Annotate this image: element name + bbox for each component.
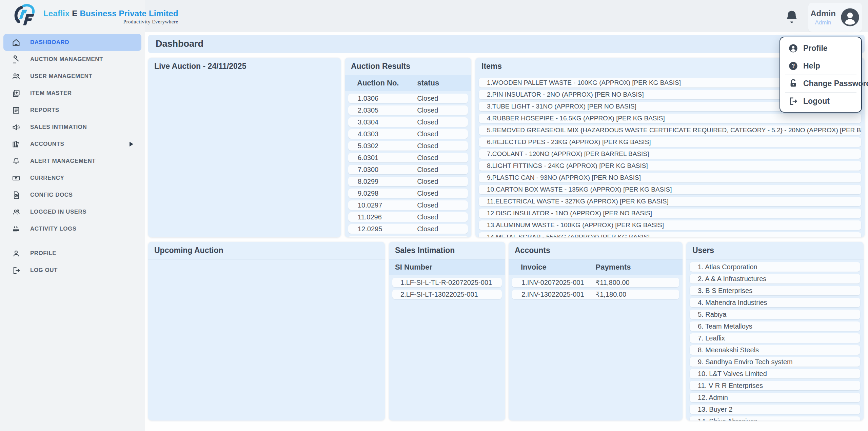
- user-name-cell: 7. Leaflix: [693, 334, 725, 342]
- sidebar-item[interactable]: PROFILE: [3, 245, 141, 262]
- list-item: 11. V R R Enterprises: [690, 381, 860, 390]
- sidebar-item-label: CONFIG DOCS: [30, 192, 73, 198]
- table-row: 13.0294 Closed: [348, 236, 468, 237]
- sidebar-item-label: ALERT MANAGEMENT: [30, 158, 96, 164]
- sidebar-item[interactable]: SALES INTIMATION: [3, 119, 141, 136]
- sidebar-item-label: ACCOUNTS: [30, 141, 64, 148]
- user-name-cell: 8. Meenakshi Steels: [693, 346, 759, 354]
- payment-cell: ₹1,180.00: [596, 290, 676, 298]
- upcoming-auction-panel: Upcoming Auction: [148, 242, 385, 420]
- item-text: 12.DISC INSULATOR - 1NO (APPROX) [PER NO…: [482, 210, 652, 217]
- notifications-bell-icon[interactable]: [784, 9, 800, 24]
- auction-no-cell: 5.0302: [352, 142, 417, 150]
- menu-item[interactable]: ? Help: [785, 57, 856, 75]
- auction-results-rows: 1.0306 Closed 2.0305 Closed 3.0304 Close…: [345, 91, 471, 237]
- page-title: Dashboard: [156, 39, 203, 49]
- si-number-cell: 2.LF-SI-LT-13022025-001: [396, 291, 478, 298]
- user-account-chip[interactable]: Admin Admin: [808, 3, 862, 32]
- auction-status-cell: Closed: [417, 237, 465, 238]
- sidebar-item[interactable]: DASHBOARD: [3, 34, 141, 51]
- auction-no-cell: 10.0297: [352, 201, 417, 209]
- list-item: 4.RUBBER HOSEPIPE - 16.5KG (APPROX) [PER…: [479, 114, 861, 123]
- table-row: 8.0299 Closed: [348, 177, 468, 186]
- menu-item-label: Help: [803, 61, 820, 71]
- sidebar-item-label: AUCTION MANAGEMENT: [30, 56, 103, 63]
- list-item: 4. Mahendra Industries: [690, 298, 860, 307]
- list-item: 8. Meenakshi Steels: [690, 345, 860, 355]
- list-item: 3. B S Enterprises: [690, 286, 860, 295]
- sidebar: DASHBOARD AUCTION MANAGEMENT USER MANAGE…: [0, 0, 145, 431]
- auction-status-cell: Closed: [417, 130, 465, 138]
- table-row: 10.0297 Closed: [348, 200, 468, 210]
- list-item: 7.COOLANT - 120NO (APPROX) [PER BARREL B…: [479, 149, 861, 159]
- sidebar-item[interactable]: USER MANAGEMENT: [3, 68, 141, 85]
- sidebar-item-label: LOG OUT: [30, 267, 58, 274]
- list-item: 6. Team Metalloys: [690, 321, 860, 331]
- auction-status-cell: Closed: [417, 201, 465, 209]
- gavel-icon: [12, 55, 21, 64]
- auction-results-title: Auction Results: [345, 58, 471, 75]
- table-row: 1.INV-02072025-001 ₹11,800.00: [512, 278, 679, 287]
- accounts-panel: Accounts Invoice Payments 1.INV-02072025…: [509, 242, 683, 420]
- users-icon: [12, 72, 21, 81]
- live-auction-title: Live Auction - 24/11/2025: [148, 58, 341, 75]
- sidebar-nav: DASHBOARD AUCTION MANAGEMENT USER MANAGE…: [0, 34, 145, 279]
- auction-no-cell: 4.0303: [352, 130, 417, 138]
- sidebar-item[interactable]: ALERT MANAGEMENT: [3, 153, 141, 170]
- sidebar-item[interactable]: ACTIVITY LOGS: [3, 220, 141, 237]
- sidebar-item-label: DASHBOARD: [30, 39, 69, 46]
- list-item: 1. Atlas Corporation: [690, 262, 860, 272]
- menu-item[interactable]: Logout: [785, 92, 856, 110]
- sales-intimation-title: Sales Intimation: [389, 242, 505, 259]
- list-item: 12. Admin: [690, 393, 860, 402]
- auction-results-panel: Auction Results Auction No. status 1.030…: [345, 58, 471, 237]
- user-role: Admin: [810, 19, 836, 26]
- sidebar-item-label: ITEM MASTER: [30, 90, 72, 97]
- auction-no-cell: 6.0301: [352, 154, 417, 162]
- bell-outline-icon: [12, 157, 21, 166]
- menu-item[interactable]: Profile: [785, 39, 856, 57]
- sidebar-item[interactable]: AUCTION MANAGEMENT: [3, 51, 141, 68]
- user-group-icon: [12, 208, 21, 217]
- auction-status-cell: Closed: [417, 142, 465, 150]
- item-text: 7.COOLANT - 120NO (APPROX) [PER BARREL B…: [482, 150, 649, 158]
- user-name-cell: 11. V R R Enterprises: [693, 382, 763, 390]
- help-filled-icon: ?: [788, 61, 798, 71]
- sidebar-item[interactable]: ITEM MASTER: [3, 85, 141, 102]
- user-name-cell: 2. A & A Infrastructures: [693, 275, 766, 283]
- column-header-si-number: SI Number: [395, 263, 432, 272]
- logout-arrow-icon: [788, 96, 798, 106]
- table-row: 11.0296 Closed: [348, 212, 468, 222]
- brand-logo: Leaflix E Business Private Limited Produ…: [12, 3, 178, 31]
- sidebar-item[interactable]: REPORTS: [3, 102, 141, 119]
- auction-no-cell: 12.0295: [352, 225, 417, 233]
- list-item: 14. Shiva Abrasives: [690, 416, 860, 420]
- sidebar-item[interactable]: LOG OUT: [3, 262, 141, 279]
- sidebar-item[interactable]: LOGGED IN USERS: [3, 203, 141, 220]
- item-text: 11.ELECTRICAL WASTE - 327KG (APPROX) [PE…: [482, 198, 669, 205]
- brand-tagline: Productivity Everywhere: [43, 19, 178, 25]
- auction-results-header: Auction No. status: [345, 75, 471, 91]
- list-item: 5.REMOVED GREASE/OIL MIX {HAZARDOUS WAST…: [479, 125, 861, 135]
- sidebar-item[interactable]: CONFIG DOCS: [3, 187, 141, 203]
- item-text: 13.ALUMINUM WASTE - 100KG (APPROX) [PER …: [482, 221, 664, 229]
- sidebar-item[interactable]: CURRENCY: [3, 170, 141, 187]
- auction-no-cell: 3.0304: [352, 118, 417, 126]
- sales-intimation-header: SI Number: [389, 259, 505, 275]
- upcoming-auction-title: Upcoming Auction: [148, 242, 385, 259]
- list-item: 14.METAL SCRAP - 555KG (APPROX) [PER KG …: [479, 232, 861, 237]
- sidebar-item[interactable]: ACCOUNTS: [3, 136, 141, 153]
- item-text: 8.LIGHT FITTINGS - 24KG (APPROX) [PER KG…: [482, 162, 648, 170]
- user-name-cell: 10. L&T Valves Limited: [693, 370, 767, 378]
- menu-item[interactable]: Change Password: [785, 75, 856, 92]
- auction-status-cell: Closed: [417, 95, 465, 102]
- list-item: 9.PLASTIC CAN - 93NO (APPROX) [PER NO BA…: [479, 173, 861, 182]
- activity-icon: [12, 224, 21, 234]
- page-title-banner: Dashboard: [148, 35, 865, 53]
- sales-intimation-rows: 1.LF-SI-L-TL-R-02072025-001 2.LF-SI-LT-1…: [389, 275, 505, 302]
- table-row: 7.0300 Closed: [348, 165, 468, 174]
- table-row: 2.0305 Closed: [348, 105, 468, 115]
- item-text: 2.PIN INSULATOR - 2NO (APPROX) [PER NO B…: [482, 91, 644, 98]
- column-header-invoice: Invoice: [515, 263, 596, 272]
- sidebar-item-label: LOGGED IN USERS: [30, 209, 86, 215]
